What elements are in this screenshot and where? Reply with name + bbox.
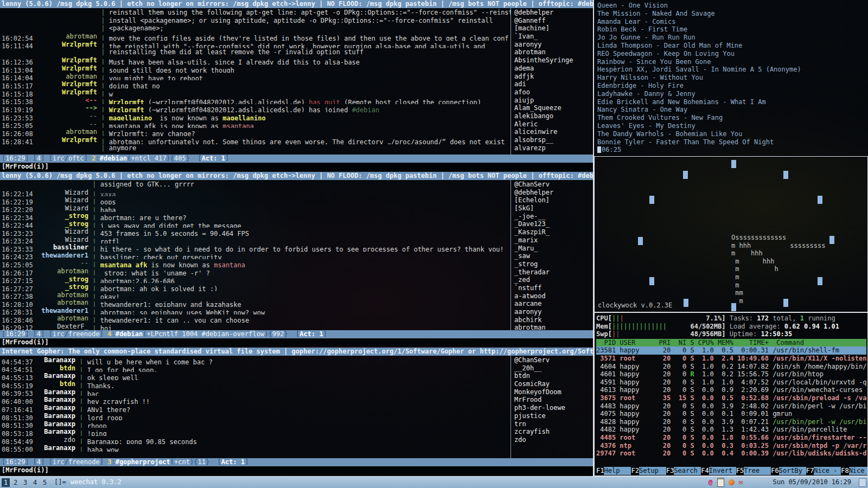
chat-line: 16:27:15_strog | abortman:2.6.26-686 xyxy=(2,275,510,284)
chat-timestamp: 16:26:08 xyxy=(2,130,33,136)
htop-meter-row: Mem[|||||||||||||| 64/502MB] Load averag… xyxy=(596,323,867,331)
music-playlist-window[interactable]: Queen - One VisionThe Mission - Naked An… xyxy=(594,0,868,158)
process-command: /bin/sh /home/happy/bin/ xyxy=(773,363,866,370)
htop-row[interactable]: 4485 root 20 0 S 0.0 1.8 0:55.66 /usr/sb… xyxy=(596,434,867,442)
mail-icon[interactable]: ✉ xyxy=(739,478,743,486)
chat-nick: _strog xyxy=(33,275,88,284)
chat-text: thewanderer1: it can .. you can choose xyxy=(100,317,250,323)
irc-window-debian-oftc[interactable]: lenny (5.0.6) /msg dpkg 5.0.6 | etch no … xyxy=(0,0,593,171)
chat-line: 16:24:23thewanderer1 | bassliner: check … xyxy=(2,252,510,260)
workspace-4[interactable]: 4 xyxy=(31,478,39,487)
nicklist-item: __20h__ xyxy=(514,364,593,373)
chat-timestamp: 16:22:34 xyxy=(2,214,33,220)
chat-separator: | xyxy=(88,261,100,267)
fkey-f4[interactable]: F4Invert xyxy=(701,467,736,475)
input-bar[interactable]: [MrFrood(i)] xyxy=(0,163,593,171)
htop-row[interactable]: 4613 happy 20 0 S 0.0 0.9 2:20.69 /usr/b… xyxy=(596,386,867,394)
input-bar[interactable]: [MrFrood(i)] xyxy=(0,338,593,346)
clipboard-icon[interactable] xyxy=(717,478,724,487)
workspace-1[interactable]: 1 xyxy=(2,478,10,487)
htop-row[interactable]: 4075 happy 20 0 S 0.0 0.1 0:09.01 gmrun xyxy=(596,410,867,418)
htop-row[interactable]: 4591 happy 20 0 S 1.0 1.0 4:07.52 /usr/l… xyxy=(596,378,867,387)
process-state: S xyxy=(690,434,694,441)
htop-row[interactable]: 23581 happy 20 0 S 1.0 0.5 0:00.31 /usr/… xyxy=(596,346,866,355)
input-bar[interactable]: [MrFrood(i)] xyxy=(0,466,593,474)
chat-separator: | xyxy=(97,59,109,65)
chat-timestamp: 16:26:17 xyxy=(2,269,33,275)
chat-separator: | xyxy=(88,206,100,212)
fkey-f7[interactable]: F7Nice - xyxy=(806,467,841,475)
process-command: /usr/sbin/firestarter -- xyxy=(773,434,866,441)
show-desktop-button[interactable] xyxy=(859,478,866,487)
playlist-track: Ladyhawke - Danny & Jenny xyxy=(597,90,868,98)
irc-window-gopherproject[interactable]: Internet Gopher: The only common-place s… xyxy=(0,348,593,474)
right-terminal-column: Queen - One VisionThe Mission - Naked An… xyxy=(593,0,868,476)
debian-swirl-icon[interactable]: @ xyxy=(709,478,713,486)
process-command: /usr/local/bin/urxvtd -q xyxy=(773,378,866,386)
chat-text: doing that no xyxy=(109,82,160,88)
chat-row: | assigned to GTK... grrrr16:22:14Wizard… xyxy=(0,180,593,330)
chat-nick: abrotman xyxy=(33,73,97,81)
process-command: gmrun xyxy=(773,410,792,418)
chat-nick: -- xyxy=(33,259,88,267)
clockywock-version-label: clockywock v.0.2.3E xyxy=(598,301,672,310)
htop-row[interactable]: 4482 happy 20 0 S 0.0 1.3 1:42.43 /usr/b… xyxy=(596,426,867,434)
chat-messages: 04:54:37Baranaxp | will u be here when i… xyxy=(0,356,510,458)
chat-nick: DexterF_ xyxy=(33,323,88,330)
chat-separator: | xyxy=(75,382,87,388)
nicklist-item: @ChanServ xyxy=(514,181,593,189)
chat-timestamp: 16:13:04 xyxy=(2,67,33,73)
chat-line: 16:12:36Wrzlprmft | Must have been alsa-… xyxy=(2,56,510,65)
chat-text: reinstall them using the following apt-g… xyxy=(109,9,510,16)
workspace-3[interactable]: 3 xyxy=(21,478,29,487)
htop-row[interactable]: 4828 happy 20 0 S 0.0 3.9 0:07.21 /usr/b… xyxy=(596,418,867,426)
nicklist-item: CosmicRay xyxy=(514,380,593,388)
irc-window-debian-freenode[interactable]: lenny (5.0.6) /msg dpkg 5.0.6 | etch no … xyxy=(0,172,593,346)
htop-row[interactable]: 3675 root 35 15 S 0.0 0.5 0:52.68 /usr/s… xyxy=(596,394,867,402)
playlist-track: Nancy Sinatra - One Way xyxy=(597,106,868,114)
htop-row[interactable]: 4604 happy 20 0 S 1.0 0.2 14:07.82 /bin/… xyxy=(596,363,867,371)
chat-text: will u be here when i come bac ? xyxy=(87,358,213,364)
window-list-icon[interactable]: []= xyxy=(54,478,66,486)
process-command: /usr/sbin/preload -s /va xyxy=(773,394,866,402)
process-state: S xyxy=(690,394,694,402)
playlist-track: Rainbow - Since You Been Gone xyxy=(597,58,868,66)
chat-separator: | xyxy=(75,398,87,404)
clockywock-window[interactable]: Osssssssssssss m hhh sssssssss m hhh m h… xyxy=(594,156,868,312)
process-command: /usr/bin/parcellite xyxy=(773,426,847,433)
fkey-f8[interactable]: F8Nice + xyxy=(841,467,867,475)
fkey-f3[interactable]: F3Search xyxy=(666,467,701,475)
nicklist-item: aaronyy xyxy=(514,308,593,316)
chat-line: 16:14:04abrotman | you might have to reb… xyxy=(2,73,510,81)
fkey-f1[interactable]: F1Help xyxy=(596,467,631,475)
playlist-track: Linda Thompson - Dear Old Man of Mine xyxy=(597,42,868,50)
chat-timestamp: 16:28:31 xyxy=(2,309,33,314)
htop-row[interactable]: 4483 happy 20 0 S 0.0 3.9 2:48.02 /usr/b… xyxy=(596,402,867,410)
workspace-2[interactable]: 2 xyxy=(11,478,20,487)
chat-timestamp: 16:22:14 xyxy=(2,190,33,196)
taskbar-window-title[interactable]: weechat 0.3.2 xyxy=(71,478,122,486)
meter-label: Swp xyxy=(596,330,608,338)
clock-hands-ascii: Osssssssssssss m hhh sssssssss m hhh m h… xyxy=(731,234,825,305)
chat-timestamp: 16:29:12 xyxy=(2,324,33,330)
chat-nick: abrotman xyxy=(33,291,88,299)
chat-text: msantana_afk is now known as msantana xyxy=(100,261,245,267)
chat-timestamp: 16:23:23 xyxy=(2,230,33,236)
chat-text: i was away and didnt get the message xyxy=(100,222,241,228)
htop-row[interactable]: 3571 root 20 0 S 1.0 2.4 18:49.68 /usr/b… xyxy=(596,355,867,363)
workspace-5[interactable]: 5 xyxy=(41,478,49,487)
chat-separator: | xyxy=(97,91,109,97)
notification-icon[interactable] xyxy=(729,479,735,485)
chat-timestamp: 04:55:13 xyxy=(2,374,33,380)
fkey-f2[interactable]: F2Setup xyxy=(631,467,666,475)
fkey-f6[interactable]: F6SortBy xyxy=(771,467,806,475)
chat-line: 16:23:53-- | magellanino_ is now known a… xyxy=(2,112,510,120)
chat-timestamp: 08:54:49 xyxy=(2,438,33,444)
meter-value: 7.1% xyxy=(706,314,722,322)
fkey-f5[interactable]: F5Tree xyxy=(736,467,771,475)
htop-row[interactable]: 29747 root 20 0 S 0.0 0.4 0:00.39 /usr/l… xyxy=(596,450,867,458)
htop-row[interactable]: 4376 ntp 20 0 S 0.0 0.3 0:03.25 /usr/sbi… xyxy=(596,442,867,450)
htop-row[interactable]: 4601 happy 20 0 R 1.0 0.2 15:56.75 /usr/… xyxy=(596,370,867,378)
htop-window[interactable]: CPU[||| 7.1%] Tasks: 172 total, 1 runnin… xyxy=(594,312,868,476)
chat-text: reinstalling them did at least remove th… xyxy=(109,48,364,56)
